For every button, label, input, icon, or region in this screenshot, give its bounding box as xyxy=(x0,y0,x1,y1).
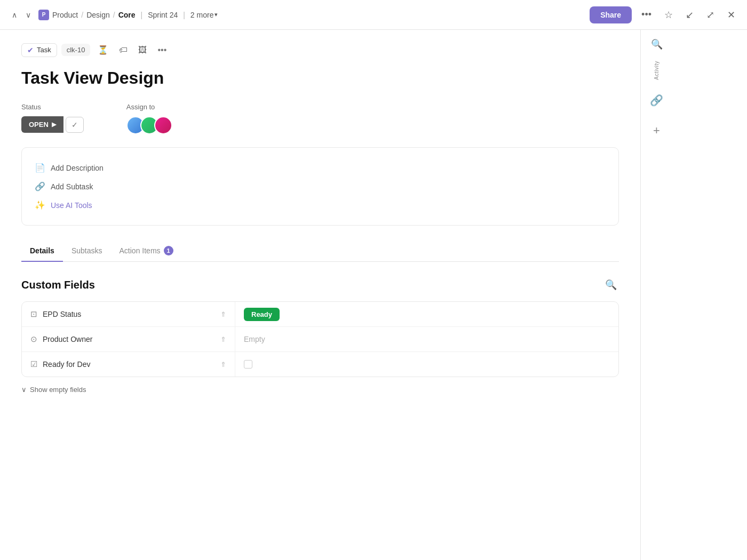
breadcrumb-product-label: Product xyxy=(52,11,78,19)
task-type-badge[interactable]: ✔ Task xyxy=(21,43,57,57)
download-button[interactable]: ↙ xyxy=(682,7,697,23)
tab-details[interactable]: Details xyxy=(21,241,63,262)
ready-for-dev-icon: ☑ xyxy=(30,359,37,369)
custom-fields-search-button[interactable]: 🔍 xyxy=(603,277,619,293)
breadcrumb-core[interactable]: Core xyxy=(118,11,136,19)
product-icon: P xyxy=(38,10,49,20)
breadcrumb-sep-1: / xyxy=(81,11,83,19)
custom-fields-section-header: Custom Fields 🔍 xyxy=(21,277,619,293)
tabs: Details Subtasks Action Items 1 xyxy=(21,241,619,262)
more-meta-button[interactable]: ••• xyxy=(154,43,170,57)
breadcrumb-product[interactable]: P Product xyxy=(38,10,78,20)
topbar: ∧ ∨ P Product / Design / Core | Sprint 2… xyxy=(0,0,747,30)
use-ai-label: Use AI Tools xyxy=(51,201,92,210)
right-panel: 🔍 Activity 🔗 + xyxy=(640,30,672,560)
field-name-epd-status: ⊡ EPD Status ⇑ xyxy=(22,302,235,326)
epd-status-icon: ⊡ xyxy=(30,309,37,319)
add-subtask-label: Add Subtask xyxy=(51,182,93,191)
status-check-button[interactable]: ✓ xyxy=(66,117,84,133)
topbar-left: ∧ ∨ P Product / Design / Core | Sprint 2… xyxy=(9,9,218,21)
link-panel-icon[interactable]: 🔗 xyxy=(647,91,666,110)
activity-label-item[interactable]: Activity xyxy=(654,61,659,80)
product-owner-pin[interactable]: ⇑ xyxy=(220,335,226,343)
task-meta: ✔ Task clk-10 ⏳ 🏷 🖼 ••• xyxy=(21,43,619,57)
open-status-button[interactable]: OPEN ▶ xyxy=(21,116,63,133)
add-subtask-item[interactable]: 🔗 Add Subtask xyxy=(35,177,606,196)
field-row-ready-for-dev: ☑ Ready for Dev ⇑ xyxy=(22,352,618,377)
assignee-avatar-3[interactable] xyxy=(154,116,172,134)
custom-fields-table: ⊡ EPD Status ⇑ Ready ⊙ Product Owner ⇑ E… xyxy=(21,301,619,377)
field-row-product-owner: ⊙ Product Owner ⇑ Empty xyxy=(22,327,618,352)
task-check-icon: ✔ xyxy=(27,46,34,54)
field-name-ready-for-dev: ☑ Ready for Dev ⇑ xyxy=(22,352,235,377)
breadcrumb-sprint[interactable]: Sprint 24 xyxy=(148,11,178,19)
topbar-right: Share ••• ☆ ↙ ⤢ ✕ xyxy=(590,6,738,23)
ai-icon: ✨ xyxy=(35,200,45,210)
ready-for-dev-label: Ready for Dev xyxy=(43,360,90,369)
field-row-epd-status: ⊡ EPD Status ⇑ Ready xyxy=(22,302,618,327)
field-name-product-owner: ⊙ Product Owner ⇑ xyxy=(22,327,235,351)
use-ai-item[interactable]: ✨ Use AI Tools xyxy=(35,196,606,214)
status-label: Status xyxy=(21,103,84,111)
tab-subtasks-label: Subtasks xyxy=(71,246,102,255)
assign-label: Assign to xyxy=(126,103,172,111)
more-options-button[interactable]: ••• xyxy=(638,7,655,22)
status-assign-row: Status OPEN ▶ ✓ Assign to xyxy=(21,103,619,134)
hourglass-button[interactable]: ⏳ xyxy=(94,43,112,57)
show-empty-fields[interactable]: ∨ Show empty fields xyxy=(21,377,619,402)
task-title: Task View Design xyxy=(21,68,619,88)
add-description-item[interactable]: 📄 Add Description xyxy=(35,158,606,177)
action-items-badge: 1 xyxy=(164,246,173,255)
resize-button[interactable]: ⤢ xyxy=(703,7,718,23)
epd-status-label: EPD Status xyxy=(43,310,81,318)
star-button[interactable]: ☆ xyxy=(661,7,676,23)
ready-for-dev-pin[interactable]: ⇑ xyxy=(220,361,226,369)
close-button[interactable]: ✕ xyxy=(724,7,738,23)
breadcrumb-more[interactable]: 2 more ▾ xyxy=(190,11,218,19)
assign-section: Assign to xyxy=(126,103,172,134)
image-button[interactable]: 🖼 xyxy=(135,43,150,57)
main-content: ✔ Task clk-10 ⏳ 🏷 🖼 ••• Task View Design… xyxy=(0,30,640,560)
tab-subtasks[interactable]: Subtasks xyxy=(63,241,111,262)
subtask-icon: 🔗 xyxy=(35,181,45,191)
tab-action-items-label: Action Items xyxy=(120,246,161,255)
activity-panel-item[interactable]: 🔍 xyxy=(651,38,663,50)
layout: ✔ Task clk-10 ⏳ 🏷 🖼 ••• Task View Design… xyxy=(0,30,747,560)
nav-arrows: ∧ ∨ xyxy=(9,9,34,21)
ready-for-dev-checkbox[interactable] xyxy=(244,360,252,369)
product-owner-label: Product Owner xyxy=(43,335,92,343)
ready-badge[interactable]: Ready xyxy=(244,308,280,321)
breadcrumb-sep-2: / xyxy=(113,11,115,19)
breadcrumb-design[interactable]: Design xyxy=(86,11,110,19)
nav-down-button[interactable]: ∨ xyxy=(22,9,34,21)
show-empty-label: Show empty fields xyxy=(30,386,86,394)
description-icon: 📄 xyxy=(35,163,45,173)
nav-up-button[interactable]: ∧ xyxy=(9,9,20,21)
product-owner-value: Empty xyxy=(244,335,265,343)
add-description-label: Add Description xyxy=(51,164,104,172)
activity-label: Activity xyxy=(654,61,659,80)
assignee-avatars xyxy=(126,116,172,134)
epd-status-pin[interactable]: ⇑ xyxy=(220,310,226,318)
search-panel-icon: 🔍 xyxy=(651,38,663,50)
tab-details-label: Details xyxy=(30,246,54,255)
status-btn-group: OPEN ▶ ✓ xyxy=(21,116,84,133)
show-empty-chevron: ∨ xyxy=(21,386,27,394)
tags-button[interactable]: 🏷 xyxy=(116,43,131,57)
tab-action-items[interactable]: Action Items 1 xyxy=(111,241,182,262)
product-owner-icon: ⊙ xyxy=(30,334,37,344)
breadcrumb: P Product / Design / Core | Sprint 24 | … xyxy=(38,10,218,20)
description-box: 📄 Add Description 🔗 Add Subtask ✨ Use AI… xyxy=(21,147,619,226)
task-type-label: Task xyxy=(37,46,51,54)
field-value-epd-status[interactable]: Ready xyxy=(235,302,618,326)
custom-fields-title: Custom Fields xyxy=(21,279,95,291)
add-panel-icon[interactable]: + xyxy=(650,121,663,141)
field-value-ready-for-dev[interactable] xyxy=(235,355,618,374)
field-value-product-owner[interactable]: Empty xyxy=(235,330,618,349)
status-section: Status OPEN ▶ ✓ xyxy=(21,103,84,133)
task-id-badge[interactable]: clk-10 xyxy=(61,44,91,56)
share-button[interactable]: Share xyxy=(590,6,632,23)
